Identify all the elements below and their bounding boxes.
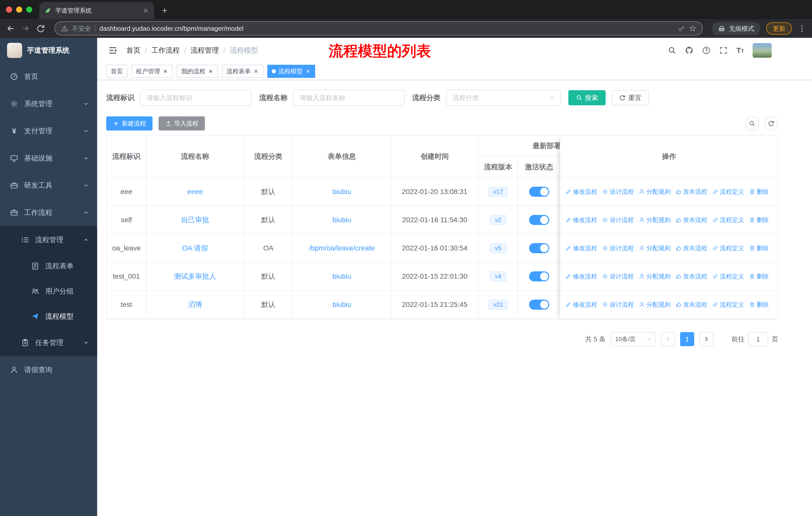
version-badge[interactable]: v17 xyxy=(488,187,508,197)
close-icon[interactable] xyxy=(163,69,168,74)
process-definition-link[interactable]: 流程定义 xyxy=(712,244,744,252)
reload-button[interactable] xyxy=(36,24,45,33)
design-process-link[interactable]: 设计流程 xyxy=(602,244,634,252)
tag-process-model[interactable]: 流程模型 xyxy=(267,65,315,78)
process-definition-link[interactable]: 流程定义 xyxy=(712,188,744,196)
address-bar[interactable]: 不安全 dashboard.yudao.iocoder.cn/bpm/manag… xyxy=(54,21,703,35)
key-icon[interactable] xyxy=(678,25,685,32)
sidebar-item-infrastructure[interactable]: 基础设施 xyxy=(0,145,97,172)
delete-link[interactable]: 删除 xyxy=(749,188,769,196)
back-button[interactable] xyxy=(6,24,15,33)
window-minimize-button[interactable] xyxy=(16,6,22,12)
browser-menu-icon[interactable] xyxy=(798,24,806,32)
refresh-table-button[interactable] xyxy=(764,116,778,131)
modify-process-link[interactable]: 修改流程 xyxy=(565,272,597,280)
version-badge[interactable]: v21 xyxy=(488,300,508,310)
import-process-button[interactable]: 导入流程 xyxy=(158,116,205,131)
toggle-search-button[interactable] xyxy=(745,116,759,131)
process-definition-link[interactable]: 流程定义 xyxy=(712,301,744,309)
sidebar-item-task-mgmt[interactable]: 任务管理 xyxy=(0,329,97,356)
design-process-link[interactable]: 设计流程 xyxy=(602,301,634,309)
tag-process-form[interactable]: 流程表单 xyxy=(222,65,263,78)
process-name-link[interactable]: eeee xyxy=(187,188,203,195)
sidebar-item-process-form[interactable]: 流程表单 xyxy=(0,253,97,279)
page-1-button[interactable]: 1 xyxy=(680,332,694,346)
sidebar-item-leave-query[interactable]: 请假查询 xyxy=(0,356,97,383)
update-button[interactable]: 更新 xyxy=(766,22,792,34)
forward-button[interactable] xyxy=(21,24,30,33)
version-badge[interactable]: v4 xyxy=(490,271,506,281)
github-icon[interactable] xyxy=(685,46,693,55)
close-icon[interactable] xyxy=(305,69,311,74)
sidebar-item-home[interactable]: 首页 xyxy=(0,63,97,90)
active-toggle[interactable] xyxy=(529,243,549,253)
sidebar-item-system-mgmt[interactable]: 系统管理 xyxy=(0,90,97,117)
active-toggle[interactable] xyxy=(529,215,549,225)
modify-process-link[interactable]: 修改流程 xyxy=(565,188,597,196)
sidebar-item-process-model[interactable]: 流程模型 xyxy=(0,304,97,329)
sidebar-item-process-mgmt[interactable]: 流程管理 xyxy=(0,226,97,253)
create-process-button[interactable]: 新建流程 xyxy=(106,116,152,131)
process-id-input[interactable] xyxy=(140,90,252,106)
design-process-link[interactable]: 设计流程 xyxy=(602,272,634,280)
browser-tab[interactable]: 芋道管理系统 xyxy=(39,2,154,19)
design-process-link[interactable]: 设计流程 xyxy=(602,216,634,224)
process-name-link[interactable]: OA 请假 xyxy=(182,244,208,252)
fullscreen-icon[interactable] xyxy=(719,46,728,55)
sidebar-item-workflow[interactable]: 工作流程 xyxy=(0,199,97,226)
assign-rule-link[interactable]: 分配规则 xyxy=(639,188,671,196)
modify-process-link[interactable]: 修改流程 xyxy=(565,216,597,224)
search-icon[interactable] xyxy=(668,46,676,55)
assign-rule-link[interactable]: 分配规则 xyxy=(639,244,671,252)
tag-my-process[interactable]: 我的流程 xyxy=(177,65,218,78)
reset-button[interactable]: 重置 xyxy=(612,90,649,105)
close-icon[interactable] xyxy=(253,69,259,74)
sidebar-item-payment-mgmt[interactable]: 支付管理 xyxy=(0,117,97,145)
search-button[interactable]: 搜索 xyxy=(568,90,606,105)
delete-link[interactable]: 删除 xyxy=(749,244,769,252)
font-size-icon[interactable] xyxy=(736,47,744,54)
publish-process-link[interactable]: 发布流程 xyxy=(675,301,707,309)
goto-page-input[interactable] xyxy=(748,332,768,346)
design-process-link[interactable]: 设计流程 xyxy=(602,188,634,196)
help-icon[interactable] xyxy=(702,46,710,55)
sidebar-item-user-group[interactable]: 用户分组 xyxy=(0,279,97,304)
process-name-input[interactable] xyxy=(293,90,405,106)
assign-rule-link[interactable]: 分配规则 xyxy=(639,216,671,224)
publish-process-link[interactable]: 发布流程 xyxy=(675,216,707,224)
version-badge[interactable]: v5 xyxy=(490,243,506,253)
window-close-button[interactable] xyxy=(6,6,12,12)
process-name-link[interactable]: 测试多审批人 xyxy=(174,272,216,280)
active-toggle[interactable] xyxy=(529,300,549,310)
tab-close-icon[interactable] xyxy=(142,7,149,14)
breadcrumb-item[interactable]: 首页 xyxy=(126,46,141,55)
close-icon[interactable] xyxy=(208,69,213,74)
form-info-link[interactable]: /bpm/oa/leave/create xyxy=(309,244,375,252)
new-tab-button[interactable] xyxy=(161,7,168,14)
user-avatar[interactable] xyxy=(753,43,772,58)
breadcrumb-item[interactable]: 流程管理 xyxy=(180,46,219,55)
category-select[interactable]: 流程分类 xyxy=(446,90,561,106)
process-definition-link[interactable]: 流程定义 xyxy=(712,216,744,224)
assign-rule-link[interactable]: 分配规则 xyxy=(639,301,671,309)
modify-process-link[interactable]: 修改流程 xyxy=(565,244,597,252)
tag-tenant-mgmt[interactable]: 租户管理 xyxy=(132,65,173,78)
breadcrumb-item[interactable]: 工作流程 xyxy=(141,46,180,55)
publish-process-link[interactable]: 发布流程 xyxy=(675,188,707,196)
bookmark-star-icon[interactable] xyxy=(689,25,696,32)
version-badge[interactable]: v2 xyxy=(490,215,506,225)
form-info-link[interactable]: biubiu xyxy=(332,216,351,224)
delete-link[interactable]: 删除 xyxy=(749,301,769,309)
sidebar-item-dev-tools[interactable]: 研发工具 xyxy=(0,172,97,199)
publish-process-link[interactable]: 发布流程 xyxy=(675,244,707,252)
form-info-link[interactable]: biubiu xyxy=(332,272,351,280)
prev-page-button[interactable] xyxy=(661,332,675,346)
page-size-select[interactable]: 10条/页 xyxy=(611,332,656,346)
sidebar-toggle-icon[interactable] xyxy=(108,46,117,55)
active-toggle[interactable] xyxy=(529,271,549,281)
not-secure-warning-icon[interactable] xyxy=(61,25,68,32)
next-page-button[interactable] xyxy=(699,332,713,346)
delete-link[interactable]: 删除 xyxy=(749,272,769,280)
process-name-link[interactable]: 自己审批 xyxy=(181,216,209,224)
window-zoom-button[interactable] xyxy=(26,6,32,12)
